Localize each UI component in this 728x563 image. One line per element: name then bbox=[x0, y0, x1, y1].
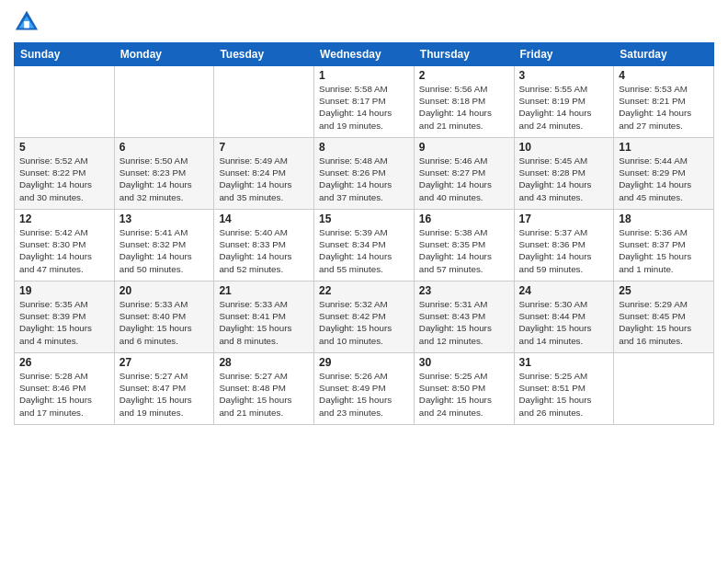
day-header-monday: Monday bbox=[114, 43, 214, 66]
calendar-cell: 31 Sunrise: 5:25 AMSunset: 8:51 PMDaylig… bbox=[514, 353, 614, 425]
calendar-cell: 13 Sunrise: 5:41 AMSunset: 8:32 PMDaylig… bbox=[114, 210, 214, 282]
cell-date: 24 bbox=[519, 284, 609, 297]
calendar-week-2: 5 Sunrise: 5:52 AMSunset: 8:22 PMDayligh… bbox=[15, 138, 714, 210]
calendar-cell: 10 Sunrise: 5:45 AMSunset: 8:28 PMDaylig… bbox=[514, 138, 614, 210]
cell-date: 27 bbox=[119, 356, 210, 369]
cell-info: Sunrise: 5:27 AMSunset: 8:47 PMDaylight:… bbox=[119, 370, 210, 419]
cell-date: 4 bbox=[619, 69, 709, 82]
cell-info: Sunrise: 5:50 AMSunset: 8:23 PMDaylight:… bbox=[119, 155, 210, 203]
calendar-cell: 1 Sunrise: 5:58 AMSunset: 8:17 PMDayligh… bbox=[314, 66, 415, 138]
calendar-week-3: 12 Sunrise: 5:42 AMSunset: 8:30 PMDaylig… bbox=[15, 210, 714, 282]
cell-date: 7 bbox=[219, 141, 309, 154]
cell-info: Sunrise: 5:38 AMSunset: 8:35 PMDaylight:… bbox=[419, 226, 509, 275]
calendar-cell: 23 Sunrise: 5:31 AMSunset: 8:43 PMDaylig… bbox=[414, 282, 514, 353]
calendar-cell: 4 Sunrise: 5:53 AMSunset: 8:21 PMDayligh… bbox=[614, 66, 714, 138]
cell-date: 16 bbox=[419, 213, 509, 225]
cell-info: Sunrise: 5:52 AMSunset: 8:22 PMDaylight:… bbox=[19, 155, 109, 203]
cell-date: 29 bbox=[319, 356, 409, 369]
calendar-cell: 6 Sunrise: 5:50 AMSunset: 8:23 PMDayligh… bbox=[114, 138, 214, 210]
logo-icon bbox=[14, 9, 40, 35]
calendar-cell: 19 Sunrise: 5:35 AMSunset: 8:39 PMDaylig… bbox=[15, 282, 115, 353]
calendar-cell: 20 Sunrise: 5:33 AMSunset: 8:40 PMDaylig… bbox=[114, 282, 214, 353]
calendar-cell: 9 Sunrise: 5:46 AMSunset: 8:27 PMDayligh… bbox=[414, 138, 514, 210]
cell-info: Sunrise: 5:48 AMSunset: 8:26 PMDaylight:… bbox=[319, 155, 409, 203]
cell-date: 14 bbox=[219, 213, 309, 225]
calendar-cell: 2 Sunrise: 5:56 AMSunset: 8:18 PMDayligh… bbox=[414, 66, 514, 138]
calendar-cell: 30 Sunrise: 5:25 AMSunset: 8:50 PMDaylig… bbox=[414, 353, 514, 425]
cell-info: Sunrise: 5:31 AMSunset: 8:43 PMDaylight:… bbox=[419, 298, 509, 347]
cell-info: Sunrise: 5:42 AMSunset: 8:30 PMDaylight:… bbox=[19, 226, 109, 275]
cell-date: 25 bbox=[619, 284, 709, 297]
cell-date: 8 bbox=[319, 141, 409, 154]
calendar-cell: 28 Sunrise: 5:27 AMSunset: 8:48 PMDaylig… bbox=[214, 353, 314, 425]
cell-date: 26 bbox=[19, 356, 109, 369]
day-header-tuesday: Tuesday bbox=[214, 43, 314, 66]
cell-info: Sunrise: 5:49 AMSunset: 8:24 PMDaylight:… bbox=[219, 155, 309, 203]
cell-info: Sunrise: 5:29 AMSunset: 8:45 PMDaylight:… bbox=[619, 298, 709, 347]
cell-info: Sunrise: 5:27 AMSunset: 8:48 PMDaylight:… bbox=[219, 370, 309, 419]
cell-date: 3 bbox=[519, 69, 609, 82]
cell-info: Sunrise: 5:30 AMSunset: 8:44 PMDaylight:… bbox=[519, 298, 609, 347]
cell-date: 9 bbox=[419, 141, 509, 154]
calendar-cell bbox=[614, 353, 714, 425]
cell-info: Sunrise: 5:25 AMSunset: 8:50 PMDaylight:… bbox=[419, 370, 509, 419]
calendar-cell: 7 Sunrise: 5:49 AMSunset: 8:24 PMDayligh… bbox=[214, 138, 314, 210]
cell-date: 31 bbox=[519, 356, 609, 369]
cell-info: Sunrise: 5:35 AMSunset: 8:39 PMDaylight:… bbox=[19, 298, 109, 347]
cell-info: Sunrise: 5:44 AMSunset: 8:29 PMDaylight:… bbox=[619, 155, 709, 203]
calendar-cell: 26 Sunrise: 5:28 AMSunset: 8:46 PMDaylig… bbox=[15, 353, 115, 425]
cell-info: Sunrise: 5:37 AMSunset: 8:36 PMDaylight:… bbox=[519, 226, 609, 275]
calendar-cell: 15 Sunrise: 5:39 AMSunset: 8:34 PMDaylig… bbox=[314, 210, 415, 282]
calendar-week-1: 1 Sunrise: 5:58 AMSunset: 8:17 PMDayligh… bbox=[15, 66, 714, 138]
calendar-cell: 17 Sunrise: 5:37 AMSunset: 8:36 PMDaylig… bbox=[514, 210, 614, 282]
cell-date: 5 bbox=[19, 141, 109, 154]
cell-info: Sunrise: 5:39 AMSunset: 8:34 PMDaylight:… bbox=[319, 226, 409, 275]
day-header-saturday: Saturday bbox=[614, 43, 714, 66]
calendar-cell bbox=[214, 66, 314, 138]
cell-info: Sunrise: 5:55 AMSunset: 8:19 PMDaylight:… bbox=[519, 83, 609, 132]
calendar-cell: 12 Sunrise: 5:42 AMSunset: 8:30 PMDaylig… bbox=[15, 210, 115, 282]
cell-date: 1 bbox=[319, 69, 409, 82]
cell-date: 12 bbox=[19, 213, 109, 225]
cell-info: Sunrise: 5:33 AMSunset: 8:41 PMDaylight:… bbox=[219, 298, 309, 347]
cell-date: 23 bbox=[419, 284, 509, 297]
calendar-cell bbox=[114, 66, 214, 138]
cell-date: 15 bbox=[319, 213, 409, 225]
day-header-friday: Friday bbox=[514, 43, 614, 66]
cell-info: Sunrise: 5:40 AMSunset: 8:33 PMDaylight:… bbox=[219, 226, 309, 275]
day-header-sunday: Sunday bbox=[15, 43, 115, 66]
cell-info: Sunrise: 5:46 AMSunset: 8:27 PMDaylight:… bbox=[419, 155, 509, 203]
calendar-cell bbox=[15, 66, 115, 138]
cell-info: Sunrise: 5:53 AMSunset: 8:21 PMDaylight:… bbox=[619, 83, 709, 132]
cell-info: Sunrise: 5:58 AMSunset: 8:17 PMDaylight:… bbox=[319, 83, 409, 132]
calendar-cell: 29 Sunrise: 5:26 AMSunset: 8:49 PMDaylig… bbox=[314, 353, 415, 425]
header bbox=[14, 9, 714, 35]
cell-info: Sunrise: 5:41 AMSunset: 8:32 PMDaylight:… bbox=[119, 226, 210, 275]
cell-date: 6 bbox=[119, 141, 210, 154]
svg-rect-2 bbox=[24, 21, 29, 28]
cell-info: Sunrise: 5:32 AMSunset: 8:42 PMDaylight:… bbox=[319, 298, 409, 347]
calendar-header-row: SundayMondayTuesdayWednesdayThursdayFrid… bbox=[15, 43, 714, 66]
cell-info: Sunrise: 5:25 AMSunset: 8:51 PMDaylight:… bbox=[519, 370, 609, 419]
cell-date: 17 bbox=[519, 213, 609, 225]
cell-date: 10 bbox=[519, 141, 609, 154]
cell-info: Sunrise: 5:56 AMSunset: 8:18 PMDaylight:… bbox=[419, 83, 509, 132]
day-header-thursday: Thursday bbox=[414, 43, 514, 66]
day-header-wednesday: Wednesday bbox=[314, 43, 415, 66]
cell-date: 20 bbox=[119, 284, 210, 297]
cell-date: 18 bbox=[619, 213, 709, 225]
calendar-cell: 18 Sunrise: 5:36 AMSunset: 8:37 PMDaylig… bbox=[614, 210, 714, 282]
calendar-cell: 22 Sunrise: 5:32 AMSunset: 8:42 PMDaylig… bbox=[314, 282, 415, 353]
calendar-cell: 11 Sunrise: 5:44 AMSunset: 8:29 PMDaylig… bbox=[614, 138, 714, 210]
cell-info: Sunrise: 5:45 AMSunset: 8:28 PMDaylight:… bbox=[519, 155, 609, 203]
cell-info: Sunrise: 5:26 AMSunset: 8:49 PMDaylight:… bbox=[319, 370, 409, 419]
cell-info: Sunrise: 5:28 AMSunset: 8:46 PMDaylight:… bbox=[19, 370, 109, 419]
calendar-cell: 16 Sunrise: 5:38 AMSunset: 8:35 PMDaylig… bbox=[414, 210, 514, 282]
logo bbox=[14, 9, 41, 35]
calendar-cell: 24 Sunrise: 5:30 AMSunset: 8:44 PMDaylig… bbox=[514, 282, 614, 353]
cell-date: 11 bbox=[619, 141, 709, 154]
cell-date: 13 bbox=[119, 213, 210, 225]
calendar-cell: 8 Sunrise: 5:48 AMSunset: 8:26 PMDayligh… bbox=[314, 138, 415, 210]
cell-date: 28 bbox=[219, 356, 309, 369]
calendar-cell: 5 Sunrise: 5:52 AMSunset: 8:22 PMDayligh… bbox=[15, 138, 115, 210]
